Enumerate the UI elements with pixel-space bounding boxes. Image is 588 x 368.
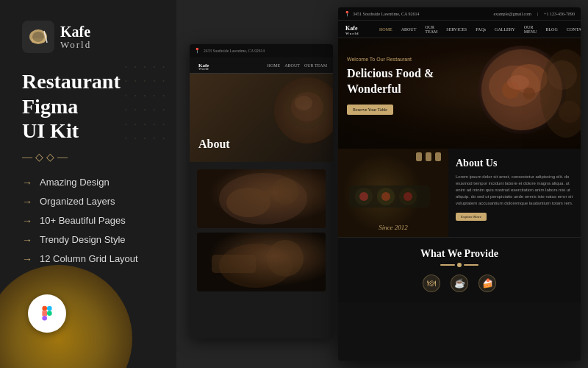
svg-text:World: World [345, 32, 359, 35]
figma-icon [37, 303, 57, 324]
svg-text:World: World [198, 67, 209, 70]
svg-rect-7 [42, 316, 47, 321]
nav-about-right[interactable]: ABOUT [398, 27, 420, 32]
mockup-left-screen: 📍 2433 Southside Lawntime, CA 92614 Kafe… [190, 44, 333, 339]
svg-point-41 [404, 192, 412, 201]
svg-point-33 [548, 60, 577, 90]
about-body-text: Lorem ipsum dolor sit amet, consectetur … [456, 174, 573, 207]
nav-about-left: ABOUT [284, 63, 300, 68]
provide-icon-1: 🍽 [423, 275, 440, 292]
ornament-divider: —◇◇— [22, 151, 154, 163]
left-panel: Kafe World Restaurant Figma UI Kit —◇◇— … [0, 0, 176, 368]
hero-reserve-button[interactable]: Reserve Your Table [347, 105, 393, 115]
dots-decoration [125, 59, 169, 147]
svg-point-16 [219, 173, 307, 224]
logo-icon [22, 21, 54, 53]
nav-services-right[interactable]: SERVICES [443, 27, 470, 32]
arrow-icon-5: → [22, 253, 32, 265]
mockup-right-nav: Kafe World HOME ABOUT OUR TEAM SERVICES … [338, 21, 581, 38]
arrow-icon-4: → [22, 234, 32, 246]
lantern-decoration [416, 152, 441, 161]
topbar-address: 📍 3451 Southside Lawntime, CA 92614 [344, 11, 420, 17]
gold-circle-decoration [0, 265, 132, 368]
svg-rect-22 [212, 255, 256, 273]
topbar-address-text: 3451 Southside Lawntime, CA 92614 [353, 12, 420, 16]
svg-rect-19 [197, 233, 326, 291]
logo-name: Kafe [60, 24, 91, 40]
logo-tagline: World [60, 40, 91, 50]
svg-point-18 [272, 178, 298, 205]
svg-rect-8 [47, 306, 52, 311]
address-text-left: 2433 Southside Lawntime, CA 92614 [204, 49, 265, 53]
provide-heading: What We Provide [347, 248, 572, 260]
svg-point-39 [359, 192, 368, 201]
mockup-left-food-section [190, 162, 333, 299]
nav-faq-right[interactable]: FAQs [473, 27, 489, 32]
svg-text:Kafe: Kafe [345, 25, 358, 32]
logo-text: Kafe World [60, 24, 91, 50]
provide-icon-item-2: ☕ [451, 275, 468, 292]
feature-item-5: → 12 Column Grid Layout [22, 253, 154, 265]
explore-button[interactable]: Explore More [456, 213, 487, 221]
provide-icon-3: 🍰 [478, 275, 496, 292]
logo-area: Kafe World [22, 21, 154, 53]
svg-point-9 [47, 311, 52, 316]
topbar-email: example@gmail.com [494, 12, 531, 16]
figma-badge [28, 294, 66, 333]
hero-welcome-text: Welcome To Our Restaurant [347, 57, 465, 62]
address-bar-left: 📍 2433 Southside Lawntime, CA 92614 [190, 44, 333, 57]
mockup-left-nav: Kafe World HOME ABOUT OUR TEAM [190, 57, 333, 74]
mockup-right-logo: Kafe World [345, 23, 368, 36]
nav-menu-right[interactable]: OUR MENU [521, 25, 540, 34]
provide-underline [347, 264, 572, 267]
feature-label-4: Trendy Design Style [40, 234, 126, 245]
lantern-2 [426, 152, 431, 161]
feature-list: → Amazing Design → Organized Layers → 10… [22, 177, 154, 265]
feature-item-3: → 10+ Beautiful Pages [22, 215, 154, 227]
svg-point-21 [267, 240, 304, 277]
nav-home-right[interactable]: HOME [376, 27, 395, 32]
hero-content: Welcome To Our Restaurant Delicious Food… [347, 57, 465, 115]
feature-label-1: Amazing Design [40, 177, 110, 188]
nav-gallery-right[interactable]: GALLERY [492, 27, 518, 32]
svg-point-34 [559, 101, 581, 123]
food-image-1 [197, 169, 326, 228]
mockup-about-section: Since 2012 About Us Lorem ipsum dolor si… [338, 149, 581, 237]
provide-icon-2: ☕ [451, 275, 468, 292]
mockup-provide-section: What We Provide 🍽 ☕ 🍰 [338, 237, 581, 302]
hero-about-text-left: About [198, 138, 230, 151]
pin-icon: 📍 [194, 48, 201, 54]
svg-point-40 [381, 192, 390, 201]
svg-rect-6 [42, 311, 47, 316]
topbar-pin-icon: 📍 [344, 11, 351, 17]
provide-icon-item-1: 🍽 [423, 275, 440, 292]
about-image-side: Since 2012 [338, 149, 448, 237]
about-heading: About Us [456, 158, 573, 169]
lantern-1 [416, 152, 422, 161]
mockup-right-screen: 📍 3451 Southside Lawntime, CA 92614 exam… [338, 7, 581, 361]
arrow-icon-1: → [22, 177, 32, 188]
underline-line-left [440, 264, 455, 266]
nav-home-left: HOME [268, 63, 281, 68]
feature-item-1: → Amazing Design [22, 177, 154, 188]
feature-label-3: 10+ Beautiful Pages [40, 215, 126, 226]
mockup-right-hero: Welcome To Our Restaurant Delicious Food… [338, 38, 581, 149]
provide-icons-row: 🍽 ☕ 🍰 [347, 275, 572, 292]
arrow-icon-2: → [22, 196, 32, 208]
nav-contact-right[interactable]: CONTACT [564, 27, 581, 32]
topbar-divider: | [537, 12, 538, 16]
nav-team-right[interactable]: OUR TEAM [422, 25, 440, 34]
lantern-3 [435, 152, 441, 161]
hero-title: Delicious Food & Wonderful [347, 66, 465, 97]
feature-item-4: → Trendy Design Style [22, 234, 154, 246]
svg-point-3 [32, 32, 44, 42]
feature-label-5: 12 Column Grid Layout [40, 253, 138, 264]
provide-icon-item-3: 🍰 [478, 275, 496, 292]
nav-blog-right[interactable]: BLOG [542, 27, 560, 32]
food-image-2 [197, 233, 326, 291]
mockup-left-hero: About [190, 74, 333, 162]
mockup-left-logo: Kafe World [198, 60, 213, 71]
feature-label-2: Organized Layers [40, 196, 115, 207]
nav-team-left: OUR TEAM [304, 63, 327, 68]
underline-line-right [464, 264, 478, 266]
